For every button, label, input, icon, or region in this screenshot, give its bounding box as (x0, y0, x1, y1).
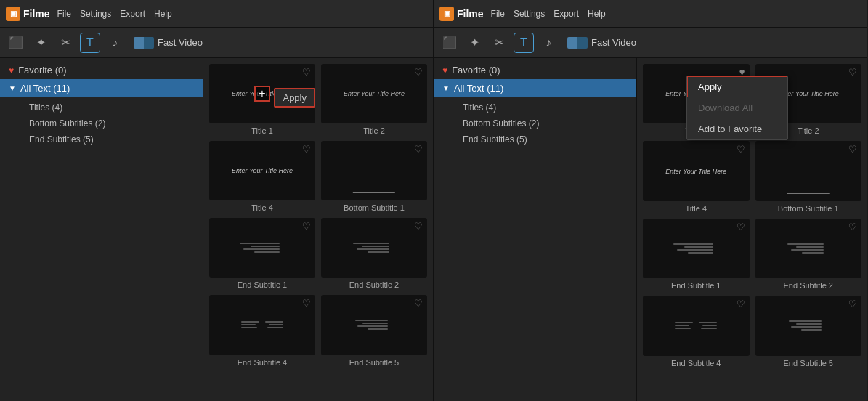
heart-bottomsub1[interactable]: ♡ (414, 144, 423, 155)
heart-title4[interactable]: ♡ (302, 144, 311, 155)
right-all-text-label: All Text (11) (454, 83, 503, 94)
context-download-all[interactable]: Download All (687, 97, 787, 118)
right-magic-icon[interactable]: ✦ (464, 33, 484, 53)
right-end-cols-4 (669, 322, 723, 329)
right-thumb-endsub5[interactable]: ♡ (755, 296, 862, 355)
menu-file[interactable]: File (57, 9, 71, 19)
right-heart-endsub4[interactable]: ♡ (737, 299, 745, 309)
right-grid-item-endsub2: ♡ End Subtitle 2 (755, 219, 862, 290)
title4-text: Enter Your Title Here (232, 167, 293, 174)
right-grid-item-title4: ♡ Enter Your Title Here Title 4 (643, 141, 750, 212)
right-scissors-icon[interactable]: ✂ (489, 33, 509, 53)
menu-bar: File Settings Export Help (57, 9, 172, 19)
grid-item-title2: ♡ Enter Your Title Here Title 2 (321, 64, 427, 135)
text-icon[interactable]: T (80, 33, 100, 53)
menu-help[interactable]: Help (154, 9, 172, 19)
right-thumb-bottomsub1[interactable]: ♡ (755, 141, 862, 200)
end-subtitles-item[interactable]: End Subtitles (5) (20, 131, 203, 147)
label-endsub4: End Subtitle 4 (209, 358, 315, 367)
right-titles-item[interactable]: Titles (4) (454, 100, 636, 116)
right-favorite-item[interactable]: ♥ Favorite (0) (434, 61, 636, 79)
apply-button-left[interactable]: Apply (274, 88, 315, 108)
thumb-bottomsub1[interactable]: ♡ (321, 141, 427, 200)
music-icon[interactable]: ♪ (105, 33, 125, 53)
heart-title2[interactable]: ♡ (414, 67, 423, 78)
right-title4-text: Enter Your Title Here (665, 168, 726, 175)
bottom-line-icon (353, 192, 395, 193)
plus-icon[interactable]: + (254, 86, 270, 102)
right-label-bottomsub1: Bottom Subtitle 1 (755, 204, 862, 213)
grid-item-endsub5: ♡ End Subtitle 5 (321, 295, 427, 366)
context-add-to-favorite[interactable]: Add to Favorite (687, 118, 787, 139)
arrow-down-icon: ▼ (9, 84, 16, 92)
heart-endsub1[interactable]: ♡ (302, 221, 311, 232)
import-icon[interactable]: ⬛ (6, 33, 26, 53)
right-import-icon[interactable]: ⬛ (439, 33, 460, 53)
thumb-endsub1[interactable]: ♡ (209, 218, 315, 278)
bottom-subtitles-item[interactable]: Bottom Subtitles (2) (20, 116, 203, 131)
label-title4: Title 4 (209, 203, 315, 212)
right-heart-bottomsub1[interactable]: ♡ (848, 144, 857, 155)
left-topbar: ▣ Filme File Settings Export Help (0, 0, 433, 28)
left-panel: ▣ Filme File Settings Export Help ⬛ ✦ ✂ … (0, 0, 434, 401)
right-thumb-title4[interactable]: ♡ Enter Your Title Here (643, 141, 750, 200)
right-heart-endsub2[interactable]: ♡ (848, 222, 857, 232)
heart-endsub5[interactable]: ♡ (414, 298, 423, 309)
right-app-name: Filme (457, 8, 484, 20)
right-heart-icon: ♥ (442, 65, 447, 76)
right-end-lines-4b (699, 322, 723, 329)
right-bottom-subtitles-item[interactable]: Bottom Subtitles (2) (454, 116, 636, 131)
menu-settings[interactable]: Settings (80, 9, 111, 19)
right-favorite-label: Favorite (0) (452, 65, 500, 76)
left-sidebar: ♥ Favorite (0) ▼ All Text (11) Titles (4… (0, 58, 203, 401)
heart-endsub2[interactable]: ♡ (414, 221, 423, 232)
right-heart-endsub1[interactable]: ♡ (737, 222, 745, 232)
right-grid-item-bottomsub1: ♡ Bottom Subtitle 1 (755, 141, 862, 212)
title2-text: Enter Your Title Here (344, 90, 405, 97)
right-heart-title4[interactable]: ♡ (737, 144, 745, 155)
favorite-label: Favorite (0) (18, 65, 66, 76)
label-endsub2: End Subtitle 2 (321, 280, 427, 289)
thumb-endsub2[interactable]: ♡ (321, 218, 427, 278)
thumb-endsub4[interactable]: ♡ (209, 295, 315, 355)
right-thumb-endsub2[interactable]: ♡ (755, 219, 862, 278)
all-text-category[interactable]: ▼ All Text (11) (0, 79, 203, 97)
thumb-title4[interactable]: ♡ Enter Your Title Here (209, 141, 315, 200)
right-end-lines-5 (789, 320, 827, 331)
scissors-icon[interactable]: ✂ (55, 33, 76, 53)
right-label-endsub2: End Subtitle 2 (755, 281, 862, 290)
grid-item-title1: ♡ Enter Your Title Here + Apply Title 1 (209, 64, 315, 135)
magic-icon[interactable]: ✦ (31, 33, 51, 53)
thumb-title1[interactable]: ♡ Enter Your Title Here + Apply (209, 64, 315, 123)
right-menu-file[interactable]: File (491, 9, 505, 19)
grid-item-bottomsub1: ♡ Bottom Subtitle 1 (321, 141, 427, 212)
right-grid: ♥ Enter Your Title Here Title 1 Apply Do… (643, 64, 861, 368)
right-arrow-down-icon: ▼ (442, 84, 450, 92)
right-bottom-line-icon (787, 193, 830, 194)
end-lines-1 (240, 243, 285, 253)
context-apply[interactable]: Apply (687, 76, 787, 97)
right-menu-settings[interactable]: Settings (514, 9, 545, 19)
right-all-text-category[interactable]: ▼ All Text (11) (434, 79, 636, 97)
right-end-subtitles-item[interactable]: End Subtitles (5) (454, 131, 636, 147)
heart-endsub4[interactable]: ♡ (302, 298, 311, 309)
heart-title1[interactable]: ♡ (302, 67, 311, 78)
right-thumb-endsub4[interactable]: ♡ (643, 296, 750, 355)
right-logo-icon: ▣ (439, 7, 454, 21)
right-text-icon[interactable]: T (514, 33, 534, 53)
favorite-item[interactable]: ♥ Favorite (0) (0, 61, 203, 79)
logo-icon: ▣ (6, 7, 20, 21)
thumb-title2[interactable]: ♡ Enter Your Title Here (321, 64, 427, 123)
menu-export[interactable]: Export (120, 9, 145, 19)
left-content: ♥ Favorite (0) ▼ All Text (11) Titles (4… (0, 58, 433, 401)
thumb-endsub5[interactable]: ♡ (321, 295, 427, 355)
right-thumb-endsub1[interactable]: ♡ (643, 219, 750, 278)
right-heart-endsub5[interactable]: ♡ (848, 299, 857, 309)
right-label-endsub1: End Subtitle 1 (643, 281, 750, 290)
left-grid-area: ♡ Enter Your Title Here + Apply Title 1 … (203, 58, 433, 401)
right-heart-title2[interactable]: ♡ (848, 67, 857, 78)
right-menu-export[interactable]: Export (553, 9, 579, 19)
titles-item[interactable]: Titles (4) (20, 100, 203, 116)
right-music-icon[interactable]: ♪ (538, 33, 559, 53)
right-menu-help[interactable]: Help (588, 9, 606, 19)
